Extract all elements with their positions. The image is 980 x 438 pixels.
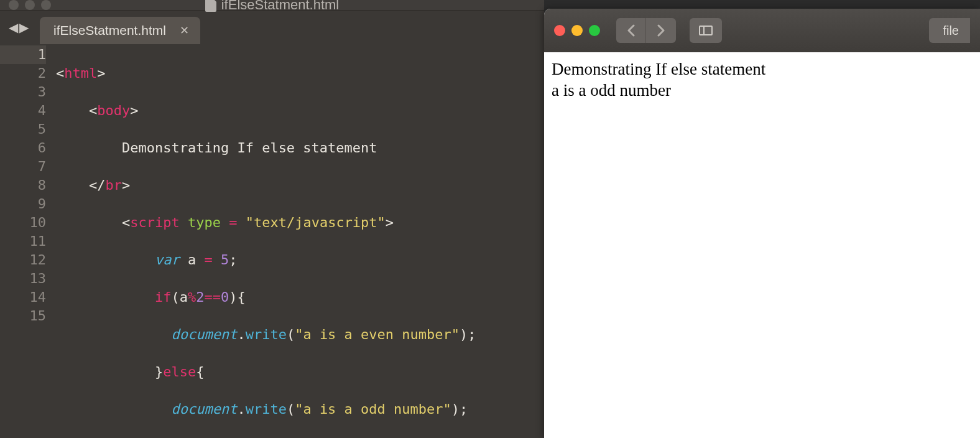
line-number: 11 xyxy=(0,232,46,251)
url-field[interactable]: file xyxy=(929,18,970,43)
nav-group xyxy=(616,18,676,43)
nav-arrows: ◀ ▶ xyxy=(9,20,29,35)
chevron-left-icon xyxy=(627,24,636,37)
traffic-min-icon[interactable] xyxy=(571,25,583,36)
traffic-max-icon[interactable] xyxy=(41,0,51,10)
sidebar-toggle-button[interactable] xyxy=(690,18,722,43)
line-number: 13 xyxy=(0,269,46,288)
nav-forward-icon[interactable]: ▶ xyxy=(19,20,29,35)
line-number: 15 xyxy=(0,307,46,325)
line-number: 1 xyxy=(0,45,46,64)
traffic-close-icon[interactable] xyxy=(9,0,19,10)
tab-row: ◀ ▶ ifElseStatment.html ✕ xyxy=(0,11,544,44)
traffic-close-icon[interactable] xyxy=(554,25,565,36)
traffic-max-icon[interactable] xyxy=(589,25,600,36)
browser-back-button[interactable] xyxy=(616,18,646,43)
line-number: 10 xyxy=(0,213,46,232)
line-number: 6 xyxy=(0,139,46,157)
line-number: 4 xyxy=(0,101,46,120)
editor-titlebar: ifElseStatment.html xyxy=(0,0,544,11)
line-number: 8 xyxy=(0,176,46,195)
line-number: 12 xyxy=(0,251,46,269)
line-number: 3 xyxy=(0,83,46,101)
browser-content: Demonstrating If else statement a is a o… xyxy=(544,52,980,438)
browser-toolbar: file xyxy=(544,9,980,52)
editor-window: ifElseStatment.html ◀ ▶ ifElseStatment.h… xyxy=(0,0,544,438)
tab-label: ifElseStatment.html xyxy=(53,23,166,38)
browser-window: file Demonstrating If else statement a i… xyxy=(544,9,980,438)
tab-close-icon[interactable]: ✕ xyxy=(180,24,189,37)
chevron-right-icon xyxy=(657,24,665,37)
line-gutter: 1 2 3 4 5 6 7 8 9 10 11 12 13 14 15 xyxy=(0,44,56,438)
output-line: Demonstrating If else statement xyxy=(552,58,973,80)
code-area[interactable]: 1 2 3 4 5 6 7 8 9 10 11 12 13 14 15 <htm… xyxy=(0,44,544,438)
line-number: 9 xyxy=(0,195,46,213)
sidebar-icon xyxy=(699,26,713,35)
tab-active[interactable]: ifElseStatment.html ✕ xyxy=(40,17,200,44)
line-number: 2 xyxy=(0,64,46,83)
code-content[interactable]: <html> <body> Demonstrating If else stat… xyxy=(56,44,476,438)
line-number: 7 xyxy=(0,157,46,176)
nav-back-icon[interactable]: ◀ xyxy=(9,20,18,35)
browser-forward-button[interactable] xyxy=(646,18,676,43)
line-number: 5 xyxy=(0,120,46,139)
output-line: a is a odd number xyxy=(552,80,973,101)
traffic-min-icon[interactable] xyxy=(25,0,35,10)
url-hint-text: file xyxy=(943,24,959,38)
line-number: 14 xyxy=(0,288,46,307)
